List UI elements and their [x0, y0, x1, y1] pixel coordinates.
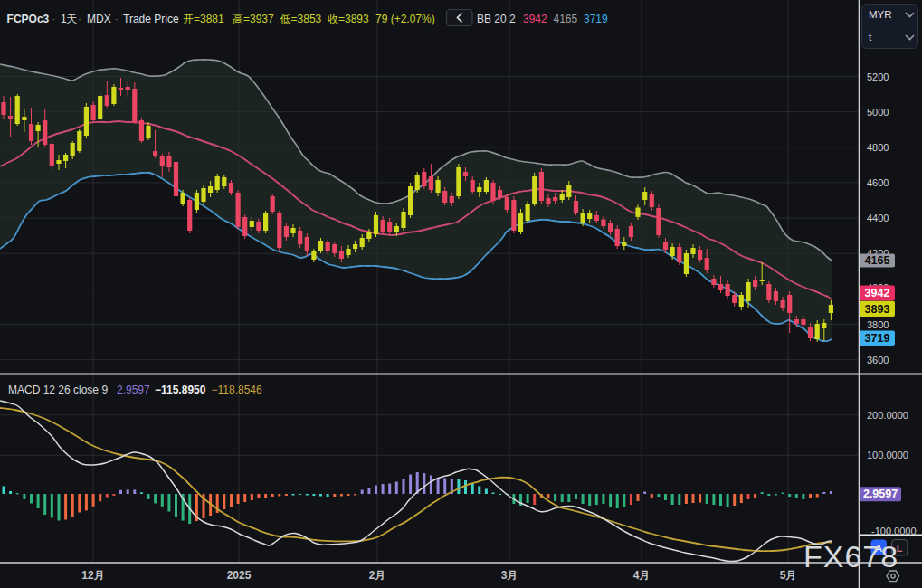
svg-text:FCPOc3·1天·MDX·Trade Price: FCPOc3·1天·MDX·Trade Price — [7, 13, 179, 25]
svg-text:3942: 3942 — [523, 13, 547, 25]
svg-text:4月: 4月 — [633, 569, 651, 582]
svg-text:3719: 3719 — [584, 13, 608, 25]
svg-text:4800: 4800 — [867, 142, 889, 153]
svg-text:4165: 4165 — [865, 254, 890, 267]
svg-text:5000: 5000 — [867, 107, 889, 118]
svg-text:4600: 4600 — [867, 177, 889, 188]
svg-text:MYR: MYR — [869, 9, 892, 20]
svg-text:−118.8546: −118.8546 — [212, 384, 262, 396]
svg-text:5月: 5月 — [780, 569, 797, 582]
svg-text:3月: 3月 — [501, 569, 518, 582]
svg-text:开=3881高=3937低=3853收=389379 (+2: 开=3881高=3937低=3853收=389379 (+2.07%) — [183, 13, 435, 25]
svg-text:4400: 4400 — [867, 213, 889, 223]
svg-text:FX678: FX678 — [803, 539, 898, 574]
svg-text:3600: 3600 — [867, 355, 889, 365]
svg-text:5200: 5200 — [867, 71, 889, 82]
svg-text:3893: 3893 — [865, 303, 890, 316]
svg-text:2025: 2025 — [227, 569, 252, 582]
svg-text:2月: 2月 — [369, 569, 386, 582]
svg-text:−115.8950: −115.8950 — [155, 384, 206, 396]
svg-text:3800: 3800 — [867, 319, 889, 330]
svg-text:-100.0000: -100.0000 — [871, 526, 917, 536]
svg-text:3719: 3719 — [865, 332, 890, 345]
svg-text:3942: 3942 — [865, 287, 890, 299]
svg-text:100.0000: 100.0000 — [867, 450, 908, 460]
svg-text:12月: 12月 — [81, 569, 104, 582]
svg-text:BB 20 2: BB 20 2 — [477, 13, 516, 25]
svg-text:4165: 4165 — [554, 13, 578, 25]
svg-text:2.9597: 2.9597 — [117, 384, 150, 396]
svg-text:2.9597: 2.9597 — [863, 488, 898, 500]
svg-text:MACD 12 26 close 9: MACD 12 26 close 9 — [8, 384, 108, 396]
svg-text:200.0000: 200.0000 — [867, 410, 908, 421]
